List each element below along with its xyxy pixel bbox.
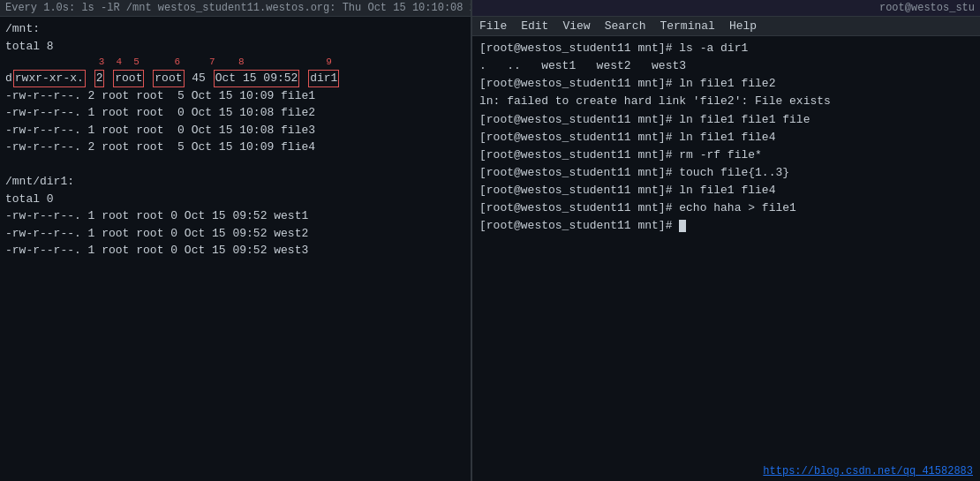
column-numbers-row: 3 4 5 6 7 8 9: [5, 55, 467, 70]
cmd-ls-a-dir1: [root@westos_student11 mnt]# ls -a dir1: [479, 40, 973, 57]
left-title-bar: Every 1.0s: ls -lR /mnt westos_student11…: [0, 0, 472, 17]
right-content: [root@westos_student11 mnt]# ls -a dir1 …: [472, 36, 980, 239]
cmd-ln-file1-file4: [root@westos_student11 mnt]# ln file1 fi…: [479, 129, 973, 147]
menu-bar[interactable]: File Edit View Search Terminal Help: [472, 17, 980, 36]
mnt-line: /mnt:: [5, 20, 467, 38]
cmd-touch: [root@westos_student11 mnt]# touch file{…: [479, 164, 973, 182]
left-terminal: Every 1.0s: ls -lR /mnt westos_student11…: [0, 0, 472, 481]
filename-box: dir1: [308, 70, 339, 87]
menu-view[interactable]: View: [562, 19, 590, 33]
footer-link[interactable]: https://blog.csdn.net/qq_41582883: [763, 465, 973, 477]
left-title-text: Every 1.0s: ls -lR /mnt westos_student11…: [5, 2, 472, 14]
num5: 5: [133, 56, 139, 67]
num6: 6: [174, 56, 180, 67]
blank-line: [5, 156, 467, 174]
output-ls-a: . .. west1 west2 west3: [479, 57, 973, 75]
file1-row: -rw-r--r--. 2 root root 5 Oct 15 10:09 f…: [5, 87, 467, 105]
group-box: root: [153, 70, 184, 87]
prompt-last: [root@westos_student11 mnt]#: [479, 217, 973, 235]
owner-box: root: [113, 70, 144, 87]
cmd-ln-file1-file2: [root@westos_student11 mnt]# ln file1 fi…: [479, 75, 973, 93]
links-box: 2: [94, 70, 105, 87]
num7: 7: [209, 56, 215, 67]
total-line: total 8: [5, 38, 467, 56]
date-box: Oct 15 09:52: [214, 70, 300, 87]
menu-help[interactable]: Help: [729, 19, 757, 33]
menu-edit[interactable]: Edit: [521, 19, 548, 33]
mnt-dir1-line: /mnt/dir1:: [5, 173, 467, 191]
num4: 4: [116, 56, 122, 67]
output-ln-error: ln: failed to create hard link 'file2': …: [479, 93, 973, 110]
cmd-rm-rf: [root@westos_student11 mnt]# rm -rf file…: [479, 147, 973, 164]
total-dir1: total 0: [5, 191, 467, 208]
cmd-echo: [root@westos_student11 mnt]# echo haha >…: [479, 199, 973, 217]
num8: 8: [238, 56, 245, 67]
left-content: /mnt: total 8 3 4 5 6 7 8 9 drwxr-xr-x. …: [0, 17, 472, 263]
right-title-text: root@westos_stu: [879, 2, 975, 14]
cursor: [679, 220, 686, 232]
cmd-ln-file1-file: [root@westos_student11 mnt]# ln file1 fi…: [479, 111, 973, 129]
num9: 9: [326, 56, 332, 67]
cmd-ln-flie4: [root@westos_student11 mnt]# ln file1 fl…: [479, 182, 973, 199]
menu-search[interactable]: Search: [605, 19, 646, 33]
menu-file[interactable]: File: [479, 19, 507, 33]
west3-row: -rw-r--r--. 1 root root 0 Oct 15 09:52 w…: [5, 242, 467, 259]
west1-row: -rw-r--r--. 1 root root 0 Oct 15 09:52 w…: [5, 207, 467, 225]
num3: 3: [99, 56, 105, 67]
west2-row: -rw-r--r--. 1 root root 0 Oct 15 09:52 w…: [5, 225, 467, 243]
right-title-bar: root@westos_stu: [472, 0, 980, 17]
file3-row: -rw-r--r--. 1 root root 0 Oct 15 10:08 f…: [5, 122, 467, 139]
permissions-box: rwxr-xr-x.: [13, 70, 86, 87]
file2-row: -rw-r--r--. 1 root root 0 Oct 15 10:08 f…: [5, 104, 467, 122]
right-terminal: root@westos_stu File Edit View Search Te…: [472, 0, 980, 481]
flie4-row: -rw-r--r--. 2 root root 5 Oct 15 10:09 f…: [5, 139, 467, 156]
dir-row: drwxr-xr-x. 2 root root 45 Oct 15 09:52 …: [5, 70, 467, 87]
menu-terminal[interactable]: Terminal: [660, 19, 714, 33]
